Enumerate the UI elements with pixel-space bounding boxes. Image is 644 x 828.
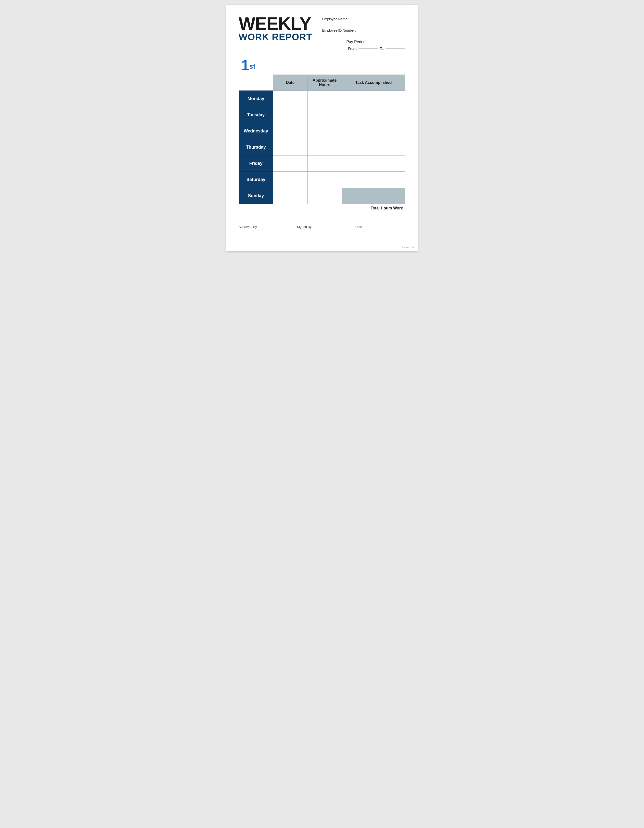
table-row: Friday xyxy=(239,155,405,172)
hours-input-cell[interactable] xyxy=(307,155,342,172)
date-input-cell[interactable] xyxy=(273,123,307,139)
total-hours-label: Total Hours Work xyxy=(371,206,403,210)
week-number: 1 xyxy=(241,58,249,72)
table-row: Thursday xyxy=(239,139,405,155)
day-cell: Monday xyxy=(239,91,273,107)
pay-period-row: Pay Period: xyxy=(322,40,405,44)
employee-name-label: Employee Name: xyxy=(322,17,348,21)
approved-by-line xyxy=(239,223,289,223)
hours-input-cell[interactable] xyxy=(307,139,342,155)
hours-input-cell[interactable] xyxy=(307,107,342,123)
pay-period-input[interactable] xyxy=(368,40,405,44)
day-cell: Thursday xyxy=(239,139,273,155)
date-input-cell[interactable] xyxy=(273,107,307,123)
day-col-header xyxy=(239,75,273,91)
day-cell: Sunday xyxy=(239,188,273,204)
task-input-cell[interactable] xyxy=(342,155,405,172)
task-input-cell[interactable] xyxy=(342,91,405,107)
title-block: WEEKLY WORK REPORT xyxy=(239,15,312,42)
week-suffix: st xyxy=(249,63,255,70)
report-table: Date Approximate Hours Task Accomplished… xyxy=(239,75,405,204)
signed-by-line xyxy=(297,223,347,223)
hours-input-cell[interactable] xyxy=(307,123,342,139)
signed-by-block: Signed By xyxy=(297,223,347,229)
task-col-header: Task Accomplished xyxy=(342,75,405,91)
date-input-cell[interactable] xyxy=(273,91,307,107)
task-input-cell[interactable] xyxy=(342,188,405,204)
table-header-row: Date Approximate Hours Task Accomplished xyxy=(239,75,405,91)
table-row: Monday xyxy=(239,91,405,107)
table-row: Wednesday xyxy=(239,123,405,139)
signed-by-label: Signed By xyxy=(297,225,347,229)
approved-by-block: Approved By xyxy=(239,223,289,229)
header: WEEKLY WORK REPORT Employee Name: Employ… xyxy=(239,15,405,50)
hours-input-cell[interactable] xyxy=(307,91,342,107)
employee-id-row: Employee ID Number: xyxy=(322,28,405,36)
table-row: Saturday xyxy=(239,172,405,188)
from-to-row: From: To: xyxy=(322,47,405,50)
task-input-cell[interactable] xyxy=(342,139,405,155)
watermark: Template.net xyxy=(401,246,414,248)
date-block: Date xyxy=(355,223,405,229)
date-input-cell[interactable] xyxy=(273,188,307,204)
from-label: From: xyxy=(348,47,357,50)
total-hours-row: Total Hours Work xyxy=(239,206,405,210)
week-number-block: 1st xyxy=(239,58,405,72)
employee-name-input[interactable] xyxy=(323,25,382,25)
date-line xyxy=(355,223,405,223)
page: WEEKLY WORK REPORT Employee Name: Employ… xyxy=(226,5,418,251)
hours-input-cell[interactable] xyxy=(307,188,342,204)
hours-input-cell[interactable] xyxy=(307,172,342,188)
form-fields: Employee Name: Employee ID Number: Pay P… xyxy=(322,15,405,50)
day-cell: Saturday xyxy=(239,172,273,188)
to-label: To: xyxy=(380,47,384,50)
date-input-cell[interactable] xyxy=(273,172,307,188)
title-work-report: WORK REPORT xyxy=(239,32,312,42)
pay-period-label: Pay Period: xyxy=(346,40,367,44)
day-cell: Tuesday xyxy=(239,107,273,123)
employee-name-row: Employee Name: xyxy=(322,17,405,25)
hours-col-header: Approximate Hours xyxy=(307,75,342,91)
table-row: Tuesday xyxy=(239,107,405,123)
title-weekly: WEEKLY xyxy=(239,15,312,32)
employee-id-label: Employee ID Number: xyxy=(322,28,356,32)
day-cell: Wednesday xyxy=(239,123,273,139)
employee-id-input[interactable] xyxy=(323,36,382,36)
signature-section: Approved By Signed By Date xyxy=(239,220,405,229)
task-input-cell[interactable] xyxy=(342,123,405,139)
date-input-cell[interactable] xyxy=(273,155,307,172)
from-input[interactable] xyxy=(359,49,378,49)
day-cell: Friday xyxy=(239,155,273,172)
date-input-cell[interactable] xyxy=(273,139,307,155)
date-col-header: Date xyxy=(273,75,307,91)
task-input-cell[interactable] xyxy=(342,107,405,123)
task-input-cell[interactable] xyxy=(342,172,405,188)
approved-by-label: Approved By xyxy=(239,225,289,229)
table-row: Sunday xyxy=(239,188,405,204)
date-label: Date xyxy=(355,225,405,229)
to-input[interactable] xyxy=(386,49,405,49)
